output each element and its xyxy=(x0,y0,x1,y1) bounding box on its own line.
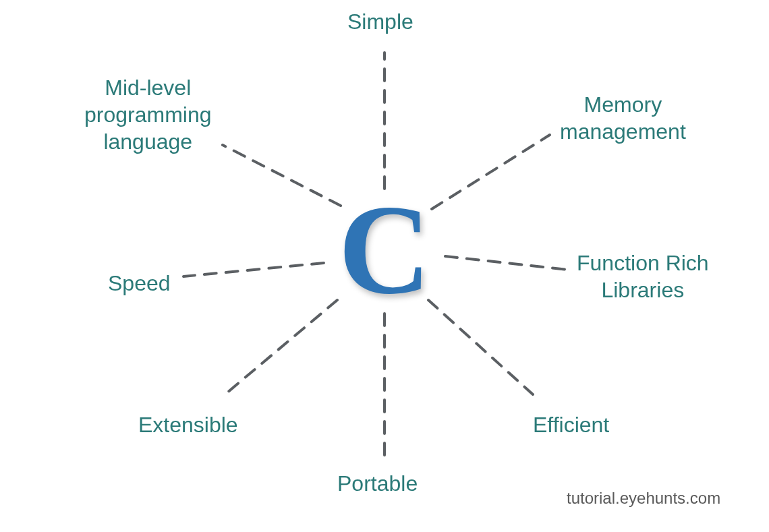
spoke-label: Memory management xyxy=(560,91,686,145)
spoke-line xyxy=(183,263,324,276)
spoke-line xyxy=(223,300,337,396)
spoke-line xyxy=(223,145,341,206)
spoke-label: Efficient xyxy=(533,411,609,438)
spoke-label: Mid-level programming language xyxy=(84,74,212,155)
spoke-label: Simple xyxy=(347,8,414,35)
spoke-label: Function Rich Libraries xyxy=(577,249,709,303)
center-letter-c: C xyxy=(338,185,430,314)
spoke-line xyxy=(445,256,568,270)
c-features-diagram: C SimpleMemory managementFunction Rich L… xyxy=(0,0,769,532)
attribution-footer: tutorial.eyehunts.com xyxy=(567,489,720,508)
spoke-label: Extensible xyxy=(138,411,238,438)
spoke-label: Portable xyxy=(337,470,418,497)
spoke-line xyxy=(428,300,533,394)
spoke-label: Speed xyxy=(108,270,171,297)
spoke-line xyxy=(432,135,550,209)
